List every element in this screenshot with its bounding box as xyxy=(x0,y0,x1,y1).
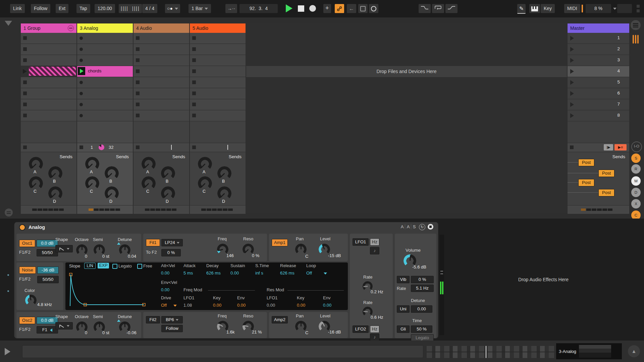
unison-button[interactable]: Uni xyxy=(397,305,410,313)
osc2-gain-field[interactable]: 0.0 dB xyxy=(37,317,58,324)
record-button[interactable] xyxy=(309,5,316,12)
quantization-menu[interactable]: 1 Bar xyxy=(189,4,211,13)
lfo2-sync-icon[interactable]: ♪ xyxy=(370,334,379,341)
noise-button[interactable]: Noise xyxy=(19,266,36,274)
back-to-arrangement-button[interactable]: ▶≡ xyxy=(614,144,627,150)
audio-effects-drop-area[interactable]: Drop Audio Effects Here xyxy=(446,219,641,341)
toggle-s[interactable]: S xyxy=(412,224,417,229)
send-b-post-button[interactable]: Post xyxy=(598,170,614,177)
fil2-type-menu[interactable]: BP6 xyxy=(161,316,183,323)
send-a-knob[interactable] xyxy=(198,157,212,171)
fil2-button[interactable]: Fil2 xyxy=(146,316,160,323)
send-a-knob[interactable] xyxy=(85,157,99,171)
send-c-post-button[interactable]: Post xyxy=(578,179,594,186)
back-to-arrangement-icon[interactable]: ← xyxy=(347,4,356,13)
lfo2-hz-toggle[interactable]: Hz xyxy=(370,325,379,333)
toggle-sends[interactable]: S xyxy=(631,154,641,163)
clip-slot[interactable] xyxy=(77,88,133,99)
scene-slot[interactable]: 1 xyxy=(568,33,629,44)
osc2-filter-route-field[interactable]: F1 xyxy=(37,326,58,334)
att-vel-field[interactable]: 0.00 xyxy=(161,270,169,276)
legato-checkbox[interactable] xyxy=(112,264,117,269)
scene-slot[interactable]: 3 xyxy=(568,55,629,66)
play-button[interactable] xyxy=(286,4,292,12)
clip-slot[interactable] xyxy=(133,88,189,99)
drive-menu[interactable]: Off xyxy=(161,303,167,308)
send-d-knob[interactable] xyxy=(161,186,175,200)
stop-clip-row[interactable] xyxy=(190,143,246,152)
toggle-crossfader[interactable]: X xyxy=(631,199,641,208)
group-clip-slot[interactable] xyxy=(21,66,76,77)
clip-slot[interactable] xyxy=(190,55,246,66)
save-preset-icon[interactable] xyxy=(428,224,433,230)
clip-slot[interactable] xyxy=(21,88,76,99)
send-b-knob[interactable] xyxy=(217,166,231,180)
tempo-field[interactable]: 120.00 xyxy=(95,4,115,13)
track-header-group[interactable]: 1 Group xyxy=(21,23,76,33)
send-b-knob[interactable] xyxy=(48,166,62,180)
rm-key-field[interactable]: 0.00 xyxy=(297,303,305,308)
scene-slot[interactable]: 6 xyxy=(568,88,629,99)
clip-slot[interactable] xyxy=(133,110,189,121)
notification-icon[interactable]: ▲ xyxy=(628,345,640,357)
midi-map-button[interactable]: MIDI xyxy=(564,4,580,13)
fil1-tof2-field[interactable]: 0 % xyxy=(161,249,181,256)
lfo2-button[interactable]: LFO2 xyxy=(353,325,369,333)
scene-slot[interactable]: 2 xyxy=(568,44,629,55)
clip-chords[interactable]: chords xyxy=(77,66,133,77)
clip-slot[interactable] xyxy=(133,55,189,66)
track-header-audio4[interactable]: 4 Audio xyxy=(133,23,189,33)
lfo1-hz-toggle[interactable]: Hz xyxy=(370,238,379,246)
scene-slot[interactable]: 8 xyxy=(568,110,629,121)
track-header-analog[interactable]: 3 Analog xyxy=(77,23,133,33)
overdub-icon[interactable] xyxy=(335,4,344,13)
arrangement-overview[interactable] xyxy=(427,346,554,358)
vibrato-amount-field[interactable]: 0 % xyxy=(411,276,434,283)
io-section-collapse-icon[interactable] xyxy=(5,21,12,26)
fm-lfo1-field[interactable]: 1.08 xyxy=(183,303,192,308)
track-header-audio5[interactable]: 5 Audio xyxy=(190,23,246,33)
stop-clip-row[interactable] xyxy=(21,143,76,152)
envelope-curve[interactable] xyxy=(67,270,151,309)
nudge-up-icon[interactable]: |||| xyxy=(130,4,142,13)
metronome-icon[interactable]: ○● xyxy=(165,4,180,13)
reenable-automation-icon[interactable] xyxy=(432,4,444,13)
clip-slot[interactable] xyxy=(190,33,246,44)
cpu-caret-icon[interactable] xyxy=(613,8,616,10)
clip-slot[interactable] xyxy=(77,55,133,66)
vibrato-button[interactable]: Vib xyxy=(397,276,410,283)
vibrato-rate-field[interactable]: 5.1 Hz xyxy=(411,285,434,292)
time-signature-field[interactable]: 4 / 4 xyxy=(142,4,157,13)
nudge-down-icon[interactable]: |||| xyxy=(119,4,130,13)
fade-curve-icon[interactable] xyxy=(419,4,431,13)
clip-slot[interactable] xyxy=(133,44,189,55)
osc1-shape-menu[interactable] xyxy=(55,245,73,252)
clip-slot[interactable] xyxy=(190,110,246,121)
send-d-knob[interactable] xyxy=(217,186,231,200)
clip-slot[interactable] xyxy=(21,110,76,121)
clip-play-icon[interactable] xyxy=(23,69,27,74)
toggle-returns[interactable]: R xyxy=(631,164,641,174)
group-unfold-icon[interactable] xyxy=(68,25,74,31)
unison-detune-field[interactable]: 0.00 xyxy=(411,305,432,313)
clip-slot[interactable] xyxy=(21,44,76,55)
stime-field[interactable]: inf s xyxy=(255,270,263,276)
clip-slot[interactable] xyxy=(21,33,76,44)
arrangement-position[interactable]: 92. 3. 4 xyxy=(239,4,278,13)
glide-button[interactable]: Gli xyxy=(397,325,410,333)
osc2-shape-menu[interactable] xyxy=(55,322,73,329)
capture-frame-icon[interactable] xyxy=(358,4,368,13)
release-field[interactable]: 626 ms xyxy=(280,270,294,276)
lfo1-sync-icon[interactable]: ♪ xyxy=(370,247,379,254)
fil1-type-menu[interactable]: LP24 xyxy=(161,239,183,246)
toggle-a1[interactable]: A xyxy=(399,224,405,229)
clip-slot[interactable] xyxy=(77,77,133,88)
scene-slot[interactable]: 7 xyxy=(568,99,629,110)
device-on-led[interactable] xyxy=(19,224,25,231)
clip-slot[interactable] xyxy=(21,77,76,88)
ext-button[interactable]: Ext xyxy=(56,4,68,13)
mixer-view-icon[interactable] xyxy=(632,34,640,44)
follow-playhead-icon[interactable]: →·· xyxy=(225,4,237,13)
amp2-button[interactable]: Amp2 xyxy=(272,316,288,323)
toggle-io[interactable]: I-O xyxy=(631,141,642,152)
